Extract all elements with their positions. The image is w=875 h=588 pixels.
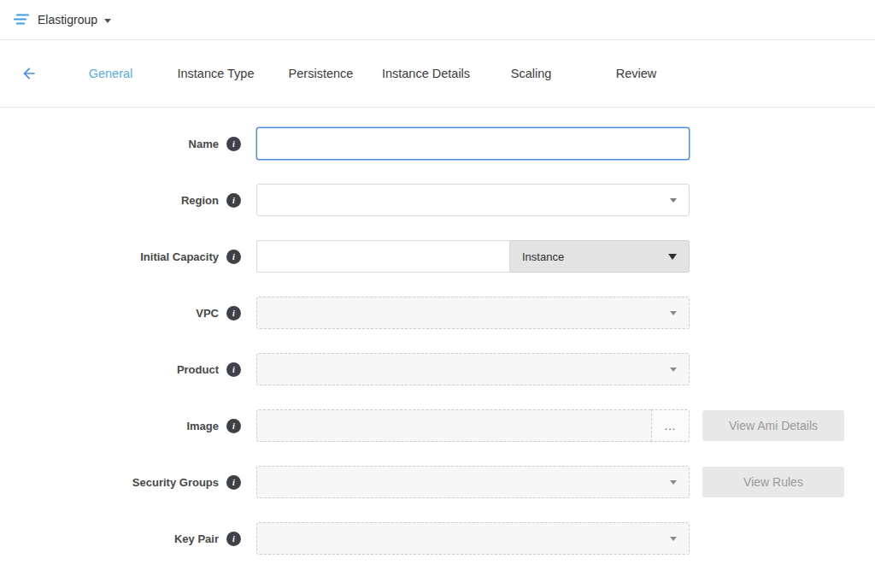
name-input[interactable] — [256, 127, 690, 160]
tab-scaling[interactable]: Scaling — [479, 67, 584, 80]
form-row-security-groups: Security Groups i View Rules — [0, 466, 875, 498]
name-label: Name — [189, 138, 219, 150]
region-select[interactable] — [256, 184, 690, 216]
vpc-label: VPC — [196, 307, 219, 320]
info-icon[interactable]: i — [226, 193, 241, 208]
vpc-select[interactable] — [256, 297, 690, 329]
security-groups-select[interactable] — [256, 466, 690, 498]
back-button[interactable] — [17, 62, 41, 85]
tab-review[interactable]: Review — [584, 67, 689, 80]
initial-capacity-label: Initial Capacity — [140, 250, 219, 263]
info-icon[interactable]: i — [226, 362, 241, 377]
view-ami-details-button[interactable]: View Ami Details — [702, 410, 844, 441]
general-form: Name i Region i Initial Capacity i Insta… — [0, 108, 875, 555]
info-icon[interactable]: i — [226, 250, 241, 264]
key-pair-select[interactable] — [256, 522, 690, 555]
form-row-region: Region i — [0, 184, 875, 216]
key-pair-label: Key Pair — [174, 532, 219, 545]
form-row-vpc: VPC i — [0, 297, 875, 329]
form-row-name: Name i — [0, 127, 875, 160]
chevron-down-icon — [104, 19, 111, 23]
tab-general[interactable]: General — [58, 67, 163, 80]
info-icon[interactable]: i — [226, 306, 241, 320]
form-row-image: Image i ... View Ami Details — [0, 409, 875, 442]
view-rules-button[interactable]: View Rules — [702, 467, 844, 497]
info-icon[interactable]: i — [226, 419, 241, 433]
chevron-down-icon — [670, 537, 677, 541]
chevron-down-icon — [670, 198, 677, 203]
image-input[interactable] — [256, 409, 651, 442]
capacity-unit-select[interactable]: Instance — [510, 240, 690, 273]
info-icon[interactable]: i — [226, 532, 241, 546]
wizard-tabbar: General Instance Type Persistence Instan… — [0, 40, 875, 108]
image-label: Image — [186, 420, 219, 432]
product-switcher[interactable]: Elastigroup — [38, 13, 111, 26]
product-label: Product — [177, 363, 219, 376]
product-select[interactable] — [256, 353, 690, 385]
info-icon[interactable]: i — [226, 137, 241, 151]
tab-instance-type[interactable]: Instance Type — [163, 67, 268, 80]
image-browse-button[interactable]: ... — [651, 409, 690, 442]
ellipsis-icon: ... — [665, 420, 677, 432]
form-row-key-pair: Key Pair i — [0, 522, 875, 555]
elastigroup-logo-icon — [12, 13, 31, 26]
initial-capacity-input[interactable] — [256, 240, 510, 273]
topbar: Elastigroup — [0, 0, 875, 40]
brand-label: Elastigroup — [38, 13, 97, 26]
chevron-down-icon — [668, 254, 677, 260]
capacity-unit-value: Instance — [522, 250, 564, 263]
tab-persistence[interactable]: Persistence — [268, 67, 373, 80]
chevron-down-icon — [670, 311, 677, 315]
back-arrow-icon — [21, 72, 38, 85]
tab-instance-details[interactable]: Instance Details — [373, 67, 479, 80]
region-label: Region — [181, 194, 219, 207]
form-row-initial-capacity: Initial Capacity i Instance — [0, 240, 875, 273]
security-groups-label: Security Groups — [132, 476, 219, 489]
wizard-tabs: General Instance Type Persistence Instan… — [58, 67, 689, 80]
chevron-down-icon — [670, 368, 677, 372]
chevron-down-icon — [670, 480, 677, 485]
info-icon[interactable]: i — [226, 475, 241, 490]
form-row-product: Product i — [0, 353, 875, 385]
